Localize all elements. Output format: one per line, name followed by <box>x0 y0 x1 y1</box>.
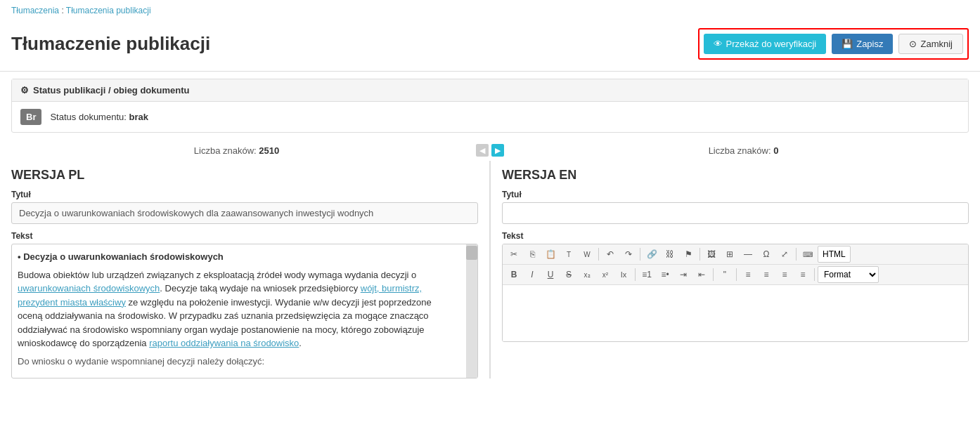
toolbar-paste-word-button[interactable]: W <box>579 246 595 263</box>
toolbar-html-button[interactable]: HTML <box>818 246 851 263</box>
toolbar-indent-button[interactable]: ⇥ <box>675 266 692 283</box>
toolbar-ol-button[interactable]: ≡1 <box>638 266 655 283</box>
toolbar-format-select[interactable]: Format Paragraph Heading 1 Heading 2 Hea… <box>818 266 879 283</box>
toolbar-ul-button[interactable]: ≡• <box>657 266 673 283</box>
breadcrumb-root[interactable]: Tłumaczenia <box>11 6 59 15</box>
toolbar-align-center-button[interactable]: ≡ <box>758 266 775 283</box>
toolbar-separator-6 <box>713 268 714 281</box>
toolbar-special-char-button[interactable]: Ω <box>758 246 775 263</box>
toolbar-row-2: B I U S x₂ x² Ix ≡1 ≡• ⇥ ⇤ " ≡ ≡ ≡ ≡ <box>503 265 968 285</box>
toolbar-undo-button[interactable]: ↶ <box>602 246 619 263</box>
toolbar-blockquote-button[interactable]: " <box>716 266 733 283</box>
toolbar-redo-button[interactable]: ↷ <box>620 246 637 263</box>
toolbar-source-button[interactable]: ⌨ <box>799 246 816 263</box>
close-button[interactable]: ⊙ Zamknij <box>898 34 963 54</box>
char-count-row: Liczba znaków: 2510 ◀ ▶ Liczba znaków: 0 <box>0 140 980 161</box>
editor-toolbar: ✂ ⎘ 📋 T W ↶ ↷ 🔗 ⛓ ⚑ 🖼 ⊞ — Ω ⤢ ⌨ H <box>502 244 969 342</box>
toolbar-separator-5 <box>635 268 636 281</box>
toolbar-fullscreen-button[interactable]: ⤢ <box>776 246 793 263</box>
toolbar-outdent-button[interactable]: ⇤ <box>693 266 710 283</box>
left-text-content: Decyzja o uwarunkowaniach środowiskowych… <box>12 244 477 378</box>
text-extra: Do wniosku o wydanie wspomnianej decyzji… <box>18 355 456 369</box>
left-text-area: Decyzja o uwarunkowaniach środowiskowych… <box>11 244 478 379</box>
close-circle-icon: ⊙ <box>909 39 917 49</box>
breadcrumb-current[interactable]: Tłumaczenia publikacji <box>66 6 151 15</box>
left-panel: WERSJA PL Tytuł Decyzja o uwarunkowaniac… <box>11 161 491 379</box>
toolbar-separator-1 <box>598 248 599 261</box>
toolbar-strikethrough-button[interactable]: S <box>560 266 577 283</box>
toolbar-subscript-button[interactable]: x₂ <box>579 266 595 283</box>
status-section: ⚙ Status publikacji / obieg dokumentu Br… <box>11 79 969 133</box>
scrollbar[interactable] <box>466 244 477 378</box>
toolbar-justify-button[interactable]: ≡ <box>794 266 811 283</box>
toolbar-paste-text-button[interactable]: T <box>560 246 577 263</box>
left-char-count: Liczba znaków: 2510 <box>11 145 462 156</box>
right-version-label: WERSJA EN <box>502 168 969 183</box>
text-body: Budowa obiektów lub urządzeń związanych … <box>18 268 456 350</box>
toolbar-link-button[interactable]: 🔗 <box>643 246 660 263</box>
right-title-input[interactable] <box>502 202 969 224</box>
toolbar-separator-7 <box>736 268 737 281</box>
toolbar-clear-format-button[interactable]: Ix <box>615 266 632 283</box>
toolbar-table-button[interactable]: ⊞ <box>721 246 738 263</box>
toolbar-unlink-button[interactable]: ⛓ <box>662 246 678 263</box>
left-text-label: Tekst <box>11 231 478 241</box>
toolbar-copy-button[interactable]: ⎘ <box>524 246 541 263</box>
status-badge: Br <box>20 109 41 125</box>
left-title-label: Tytuł <box>11 190 478 199</box>
nav-left-button[interactable]: ◀ <box>476 144 489 157</box>
page-header: Tłumaczenie publikacji 👁 Przekaż do wery… <box>0 21 980 72</box>
content-area: WERSJA PL Tytuł Decyzja o uwarunkowaniac… <box>11 161 969 379</box>
toolbar-separator-4 <box>796 248 797 261</box>
toolbar-align-left-button[interactable]: ≡ <box>740 266 756 283</box>
toolbar-row-1: ✂ ⎘ 📋 T W ↶ ↷ 🔗 ⛓ ⚑ 🖼 ⊞ — Ω ⤢ ⌨ H <box>503 244 968 265</box>
toolbar-underline-button[interactable]: U <box>542 266 559 283</box>
nav-arrows: ◀ ▶ <box>462 144 518 157</box>
right-title-label: Tytuł <box>502 190 969 199</box>
editor-content-area[interactable] <box>503 285 968 341</box>
breadcrumb: Tłumaczenia : Tłumaczenia publikacji <box>0 0 980 21</box>
toolbar-separator-3 <box>699 248 700 261</box>
link-uwarunkowania[interactable]: uwarunkowaniach środowiskowych <box>18 283 160 294</box>
status-body: Br Status dokumentu: brak <box>12 102 968 132</box>
right-char-count: Liczba znaków: 0 <box>518 145 969 156</box>
toolbar-bold-button[interactable]: B <box>505 266 522 283</box>
header-buttons: 👁 Przekaż do weryfikacji 💾 Zapisz ⊙ Zamk… <box>698 28 969 60</box>
save-icon: 💾 <box>842 39 853 49</box>
toolbar-separator-8 <box>814 268 815 281</box>
toolbar-superscript-button[interactable]: x² <box>597 266 614 283</box>
toolbar-separator-2 <box>640 248 640 261</box>
toolbar-hr-button[interactable]: — <box>740 246 756 263</box>
gear-icon: ⚙ <box>20 85 29 96</box>
toolbar-paste-button[interactable]: 📋 <box>542 246 559 263</box>
toolbar-italic-button[interactable]: I <box>524 266 541 283</box>
left-title-value: Decyzja o uwarunkowaniach środowiskowych… <box>11 202 478 224</box>
right-text-label: Tekst <box>502 231 969 241</box>
toolbar-cut-button[interactable]: ✂ <box>505 246 522 263</box>
nav-right-button[interactable]: ▶ <box>491 144 504 157</box>
left-version-label: WERSJA PL <box>11 168 478 183</box>
link-raport[interactable]: raportu oddziaływania na środowisko <box>149 338 299 348</box>
right-panel: WERSJA EN Tytuł Tekst ✂ ⎘ 📋 T W ↶ ↷ 🔗 ⛓ … <box>491 161 969 379</box>
text-heading: Decyzja o uwarunkowaniach środowiskowych <box>18 250 456 264</box>
status-label: Status dokumentu: brak <box>50 112 148 122</box>
eye-icon: 👁 <box>714 39 723 49</box>
toolbar-image-button[interactable]: 🖼 <box>703 246 720 263</box>
save-button[interactable]: 💾 Zapisz <box>832 34 893 54</box>
toolbar-anchor-button[interactable]: ⚑ <box>680 246 697 263</box>
page-title: Tłumaczenie publikacji <box>11 33 210 55</box>
status-header: ⚙ Status publikacji / obieg dokumentu <box>12 79 968 102</box>
toolbar-align-right-button[interactable]: ≡ <box>776 266 793 283</box>
submit-verification-button[interactable]: 👁 Przekaż do weryfikacji <box>704 34 827 54</box>
